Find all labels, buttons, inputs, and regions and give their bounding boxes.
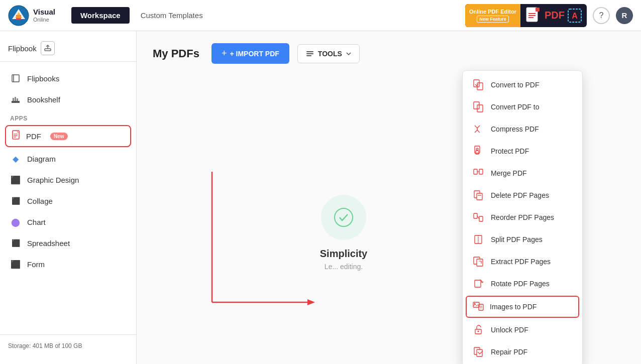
pdf-editor-banner[interactable]: Online PDF Editor New Feature PDF A	[465, 4, 587, 27]
dropdown-label-merge-pdf: Merge PDF	[491, 169, 527, 177]
compress-svg	[473, 124, 484, 135]
empty-state-title: Simplicity	[320, 248, 367, 260]
protect-pdf-icon	[472, 145, 485, 158]
dropdown-item-repair-pdf[interactable]: Repair PDF	[463, 341, 582, 363]
dropdown-item-merge-pdf[interactable]: Merge PDF	[463, 162, 582, 184]
svg-point-27	[335, 208, 353, 226]
dropdown-item-extract-pdf-pages[interactable]: Extract PDF Pages	[463, 251, 582, 273]
empty-state: Simplicity Le... editing.	[177, 101, 510, 364]
dropdown-label-repair-pdf: Repair PDF	[491, 348, 527, 356]
dropdown-item-protect-pdf[interactable]: Protect PDF	[463, 140, 582, 162]
dropdown-label-split-pdf-pages: Split PDF Pages	[491, 235, 543, 244]
chevron-down-icon	[346, 52, 351, 55]
sidebar-item-collage[interactable]: ⬛ Collage	[0, 190, 136, 211]
main-header: My PDFs + + IMPORT PDF TOOLS	[153, 43, 625, 64]
help-button[interactable]: ?	[593, 7, 610, 24]
svg-rect-40	[477, 193, 482, 200]
dropdown-label-protect-pdf: Protect PDF	[491, 147, 529, 155]
nav-right: Online PDF Editor New Feature PDF A	[465, 4, 633, 27]
graphic-design-label: Graphic Design	[27, 176, 79, 184]
svg-rect-13	[12, 75, 19, 82]
banner-left: Online PDF Editor New Feature	[465, 4, 520, 27]
diagram-label: Diagram	[27, 155, 56, 163]
svg-rect-26	[306, 55, 311, 56]
dropdown-label-convert-to-pdf: Convert to PDF	[491, 81, 539, 89]
import-pdf-button[interactable]: + + IMPORT PDF	[211, 43, 289, 64]
svg-rect-11	[45, 49, 51, 51]
flipbook-label: Flipbook	[8, 44, 37, 53]
dropdown-label-reorder-pdf-pages: Reorder PDF Pages	[491, 213, 554, 221]
pdf-sidebar-icon	[12, 130, 21, 140]
chart-label: Chart	[27, 218, 46, 226]
pdf-new-badge: New	[50, 133, 68, 140]
top-nav: Visual Online Workspace Custom Templates…	[0, 0, 641, 31]
graphic-design-icon: ⬛	[10, 174, 21, 185]
dropdown-item-reorder-pdf-pages[interactable]: Reorder PDF Pages	[463, 206, 582, 228]
spreadsheet-icon: ⬛	[10, 237, 21, 249]
svg-rect-47	[477, 259, 483, 266]
sidebar-header: Flipbook	[0, 39, 136, 62]
pdf-a-icon: A	[568, 9, 582, 23]
logo-area[interactable]: Visual Online	[8, 5, 55, 26]
custom-templates-tab[interactable]: Custom Templates	[132, 7, 212, 24]
bookshelf-icon	[10, 94, 21, 105]
sidebar-item-graphic-design[interactable]: ⬛ Graphic Design	[0, 169, 136, 190]
dropdown-item-rotate-pdf-pages[interactable]: Rotate PDF Pages	[463, 273, 582, 295]
tools-label: TOOLS	[318, 50, 342, 58]
dropdown-item-split-pdf-pages[interactable]: Split PDF Pages	[463, 228, 582, 251]
flipbooks-icon	[10, 73, 21, 84]
sidebar-item-chart[interactable]: ⬤ Chart	[0, 211, 136, 232]
sidebar-item-form[interactable]: ⬛ Form	[0, 254, 136, 275]
convert-pdf-svg	[473, 79, 484, 90]
import-icon: +	[222, 48, 227, 59]
brand-online: Online	[33, 17, 55, 23]
merge-svg	[473, 168, 484, 179]
dropdown-label-compress-pdf: Compress PDF	[491, 125, 539, 133]
upload-button[interactable]	[41, 41, 55, 55]
svg-rect-36	[474, 169, 477, 174]
svg-rect-49	[473, 302, 479, 307]
svg-rect-18	[17, 98, 18, 101]
workspace-tab[interactable]: Workspace	[71, 7, 130, 24]
banner-new-badge: New Feature	[477, 16, 509, 23]
tools-dropdown: Convert to PDF Convert PDF to	[462, 70, 583, 364]
svg-point-35	[476, 148, 478, 150]
dropdown-item-convert-pdf-to[interactable]: Convert PDF to	[463, 96, 582, 118]
dropdown-item-compress-pdf[interactable]: Compress PDF	[463, 118, 582, 140]
svg-text:A: A	[572, 12, 578, 20]
svg-rect-31	[477, 105, 483, 112]
dropdown-item-delete-pdf-pages[interactable]: Delete PDF Pages	[463, 184, 582, 206]
sidebar-item-flipbooks[interactable]: Flipbooks	[0, 68, 136, 89]
svg-rect-42	[474, 213, 477, 218]
pdf-doc-icon	[525, 7, 542, 25]
svg-rect-43	[479, 216, 483, 221]
tools-button[interactable]: TOOLS	[297, 44, 360, 63]
sidebar-item-pdf[interactable]: PDF New	[5, 125, 131, 147]
sidebar-item-spreadsheet[interactable]: ⬛ Spreadsheet	[0, 232, 136, 254]
storage-text: Storage: 401 MB of 100 GB	[8, 342, 82, 349]
brand-name: Visual	[33, 8, 55, 17]
page-title: My PDFs	[153, 47, 199, 60]
main-layout: Flipbook Flipbooks	[0, 31, 641, 364]
svg-rect-29	[477, 83, 483, 90]
form-icon: ⬛	[10, 259, 21, 270]
svg-rect-24	[306, 51, 313, 52]
form-label: Form	[27, 260, 45, 269]
logo-icon	[8, 5, 29, 26]
svg-rect-17	[15, 97, 16, 101]
empty-state-icon	[321, 195, 366, 240]
bookshelf-svg	[11, 95, 20, 104]
dropdown-item-convert-to-pdf[interactable]: Convert to PDF	[463, 74, 582, 96]
dropdown-item-unlock-pdf[interactable]: Unlock PDF	[463, 319, 582, 341]
sidebar-item-diagram[interactable]: ◆ Diagram	[0, 148, 136, 169]
svg-rect-16	[13, 98, 14, 101]
svg-rect-37	[479, 169, 483, 174]
compress-pdf-icon	[472, 123, 485, 136]
unlock-svg	[473, 324, 484, 335]
dropdown-item-images-to-pdf[interactable]: Images to PDF	[466, 296, 579, 318]
sidebar-item-bookshelf[interactable]: Bookshelf	[0, 89, 136, 110]
rotate-pdf-pages-icon	[472, 277, 485, 290]
svg-rect-48	[475, 280, 481, 287]
user-avatar[interactable]: R	[616, 7, 633, 24]
extract-svg	[473, 256, 484, 267]
